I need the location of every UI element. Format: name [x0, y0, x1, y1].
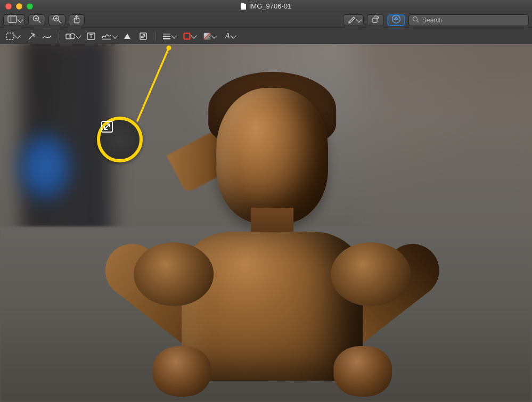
zoom-in-button[interactable]: [48, 14, 66, 26]
svg-point-15: [413, 17, 418, 21]
shapes-button[interactable]: [63, 30, 83, 43]
selection-icon: [6, 32, 14, 40]
fill-color-button[interactable]: [200, 30, 219, 43]
svg-line-16: [417, 20, 419, 22]
chevron-down-icon: [191, 32, 197, 38]
sketch-button[interactable]: [39, 30, 54, 43]
adjust-color-icon: [123, 32, 132, 40]
photo-subject-statue: [123, 56, 421, 402]
font-style-button[interactable]: A: [220, 30, 240, 43]
svg-rect-0: [8, 16, 17, 22]
sidebar-icon: [7, 15, 17, 25]
pencil-icon: [42, 32, 52, 40]
selection-tool-button[interactable]: [3, 30, 22, 43]
zoom-out-icon: [32, 15, 41, 26]
svg-rect-17: [6, 33, 14, 39]
zoom-in-icon: [53, 15, 61, 26]
svg-line-6: [59, 20, 61, 23]
chevron-down-icon: [230, 32, 236, 38]
search-icon: [412, 15, 419, 25]
zoom-out-button[interactable]: [28, 14, 45, 26]
chevron-down-icon: [75, 32, 81, 38]
primary-toolbar: [0, 12, 532, 28]
highlight-button[interactable]: [343, 14, 364, 26]
toolbar-separator: [59, 31, 59, 41]
svg-rect-35: [184, 33, 190, 39]
svg-marker-29: [124, 34, 130, 39]
text-tool-button[interactable]: [84, 30, 99, 43]
search-field[interactable]: [408, 14, 529, 26]
svg-line-31: [142, 35, 145, 38]
border-color-icon: [183, 32, 191, 40]
markup-icon: [391, 14, 401, 26]
adjust-size-icon: [139, 32, 148, 40]
chevron-down-icon: [356, 17, 362, 22]
font-style-icon: A: [225, 31, 230, 40]
line-style-button[interactable]: [160, 30, 179, 43]
rotate-icon: [371, 15, 380, 26]
border-color-button[interactable]: [180, 30, 199, 43]
signature-icon: [101, 32, 112, 40]
chevron-down-icon: [17, 17, 23, 22]
image-canvas[interactable]: [0, 44, 532, 402]
shapes-icon: [66, 32, 75, 40]
adjust-size-button[interactable]: [136, 30, 151, 43]
chevron-down-icon: [112, 32, 118, 38]
toolbar-separator: [155, 31, 155, 41]
svg-rect-12: [373, 18, 377, 22]
photo-background-blue: [16, 129, 75, 204]
rotate-button[interactable]: [367, 14, 384, 26]
share-icon: [73, 15, 80, 26]
window-title-group: IMG_9706-01: [0, 0, 532, 12]
markup-toolbar: A: [0, 28, 532, 44]
chevron-down-icon: [211, 32, 217, 38]
document-icon: [241, 3, 246, 10]
adjust-color-button[interactable]: [120, 30, 135, 43]
sign-button[interactable]: [100, 30, 119, 43]
instant-alpha-button[interactable]: [23, 30, 38, 43]
share-button[interactable]: [69, 14, 85, 26]
titlebar: IMG_9706-01: [0, 0, 532, 12]
window-title: IMG_9706-01: [249, 2, 292, 10]
markup-button[interactable]: [387, 14, 405, 26]
pen-icon: [347, 15, 356, 26]
line-style-icon: [162, 33, 171, 39]
search-input[interactable]: [421, 16, 525, 24]
text-box-icon: [87, 32, 95, 40]
fill-color-icon: [203, 32, 211, 40]
svg-line-22: [32, 33, 33, 34]
chevron-down-icon: [171, 32, 177, 38]
magic-wand-icon: [27, 32, 35, 40]
chevron-down-icon: [14, 32, 20, 38]
sidebar-button[interactable]: [3, 14, 25, 26]
svg-line-3: [38, 20, 41, 23]
